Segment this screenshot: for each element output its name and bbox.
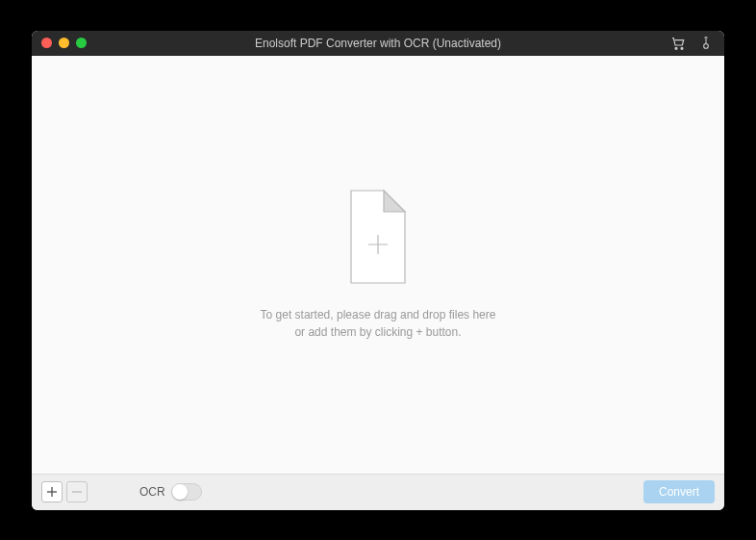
add-file-button[interactable] <box>41 481 63 502</box>
empty-line-1: To get started, please drag and drop fil… <box>261 306 496 323</box>
window-controls <box>32 38 87 48</box>
ocr-label: OCR <box>139 485 165 499</box>
drop-area[interactable]: To get started, please drag and drop fil… <box>32 56 724 474</box>
convert-button[interactable]: Convert <box>643 480 715 503</box>
remove-file-button[interactable] <box>66 481 88 502</box>
footer-toolbar: OCR Convert <box>32 474 724 510</box>
titlebar: Enolsoft PDF Converter with OCR (Unactiv… <box>32 31 724 56</box>
empty-line-2: or add them by clicking + button. <box>261 323 496 341</box>
svg-point-1 <box>681 47 683 49</box>
minimize-button[interactable] <box>59 38 69 48</box>
thermometer-icon[interactable] <box>699 36 713 51</box>
file-placeholder-icon <box>335 189 421 289</box>
ocr-toggle-knob <box>172 484 188 500</box>
empty-state-text: To get started, please drag and drop fil… <box>261 306 496 341</box>
svg-point-2 <box>704 43 709 48</box>
maximize-button[interactable] <box>76 38 87 48</box>
app-window: Enolsoft PDF Converter with OCR (Unactiv… <box>32 31 724 510</box>
window-title: Enolsoft PDF Converter with OCR (Unactiv… <box>32 37 724 50</box>
svg-marker-4 <box>384 191 405 212</box>
cart-icon[interactable] <box>670 36 686 51</box>
svg-point-0 <box>675 47 677 49</box>
close-button[interactable] <box>41 38 52 48</box>
ocr-toggle[interactable] <box>171 483 202 501</box>
titlebar-actions <box>670 36 724 51</box>
